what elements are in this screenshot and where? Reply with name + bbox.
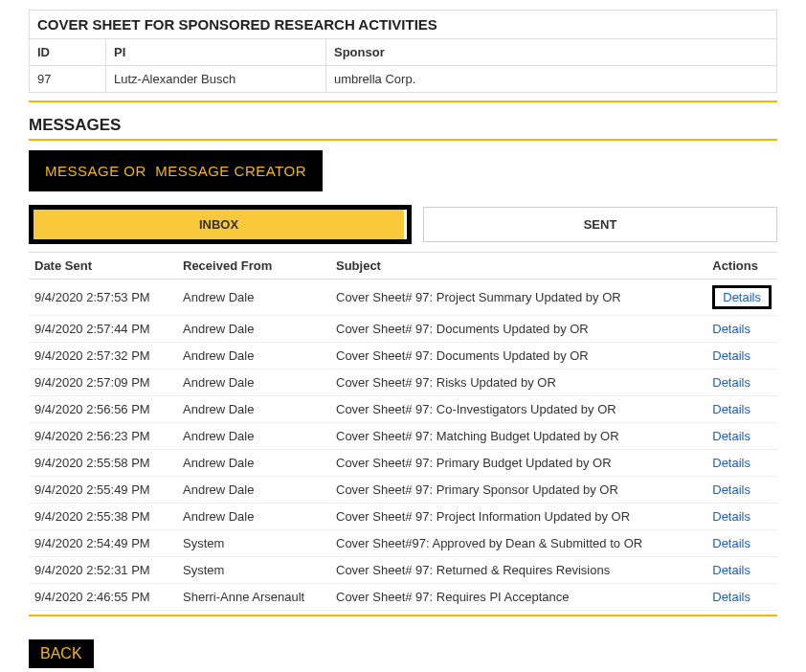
divider — [29, 615, 777, 616]
cover-sheet-table: COVER SHEET FOR SPONSORED RESEARCH ACTIV… — [29, 10, 777, 93]
cell-date: 9/4/2020 2:55:58 PM — [29, 450, 177, 477]
cell-subject: Cover Sheet# 97: Documents Updated by OR — [330, 343, 706, 370]
cover-header-sponsor: Sponsor — [326, 39, 777, 66]
message-creator-button-frame: MESSAGE OR MESSAGE CREATOR — [29, 150, 323, 191]
details-link[interactable]: Details — [712, 509, 750, 524]
cell-from: Andrew Dale — [177, 504, 330, 530]
cell-from: Andrew Dale — [177, 280, 330, 316]
cell-subject: Cover Sheet# 97: Project Summary Updated… — [330, 280, 706, 316]
cell-actions: Details — [706, 280, 777, 316]
cell-from: Andrew Dale — [177, 316, 330, 343]
cell-from: Andrew Dale — [177, 396, 330, 423]
table-row: 9/4/2020 2:52:31 PMSystemCover Sheet# 97… — [29, 557, 777, 584]
table-row: 9/4/2020 2:55:38 PMAndrew DaleCover Shee… — [29, 504, 777, 530]
details-link[interactable]: Details — [712, 348, 750, 363]
cover-sponsor: umbrella Corp. — [326, 66, 777, 93]
details-link[interactable]: Details — [712, 482, 750, 497]
details-link[interactable]: Details — [723, 290, 761, 304]
cell-from: Andrew Dale — [177, 343, 330, 370]
table-row: 9/4/2020 2:57:44 PMAndrew DaleCover Shee… — [29, 316, 777, 343]
messages-table: Date Sent Received From Subject Actions … — [29, 252, 777, 611]
cell-date: 9/4/2020 2:57:09 PM — [29, 370, 177, 396]
col-header-date: Date Sent — [29, 253, 177, 280]
cell-date: 9/4/2020 2:56:56 PM — [29, 396, 177, 423]
messages-tabs: INBOX SENT — [29, 205, 777, 244]
col-header-from: Received From — [177, 253, 330, 280]
divider — [29, 101, 777, 102]
cell-date: 9/4/2020 2:56:23 PM — [29, 423, 177, 450]
cell-subject: Cover Sheet# 97: Primary Sponsor Updated… — [330, 477, 706, 504]
cell-date: 9/4/2020 2:52:31 PM — [29, 557, 177, 584]
cell-date: 9/4/2020 2:55:49 PM — [29, 477, 177, 504]
details-link[interactable]: Details — [712, 429, 750, 443]
table-row: 9/4/2020 2:55:58 PMAndrew DaleCover Shee… — [29, 450, 777, 477]
cell-date: 9/4/2020 2:54:49 PM — [29, 530, 177, 557]
details-link[interactable]: Details — [712, 563, 750, 577]
details-link[interactable]: Details — [712, 590, 750, 604]
cover-header-pi: PI — [106, 39, 326, 66]
cell-subject: Cover Sheet# 97: Co-Investigators Update… — [330, 396, 706, 423]
cover-header-id: ID — [30, 39, 106, 66]
cell-subject: Cover Sheet# 97: Returned & Requires Rev… — [330, 557, 706, 584]
cell-from: Andrew Dale — [177, 423, 330, 450]
cell-actions: Details — [706, 370, 777, 396]
message-creator-button[interactable]: MESSAGE OR MESSAGE CREATOR — [34, 155, 318, 187]
cell-from: System — [177, 557, 330, 584]
table-row: 9/4/2020 2:46:55 PMSherri-Anne Arsenault… — [29, 584, 777, 611]
cell-subject: Cover Sheet# 97: Requires PI Acceptance — [330, 584, 706, 611]
details-link[interactable]: Details — [712, 375, 750, 390]
cell-date: 9/4/2020 2:57:32 PM — [29, 343, 177, 370]
cell-actions: Details — [706, 557, 777, 584]
tab-inbox-frame: INBOX — [29, 205, 412, 244]
cell-date: 9/4/2020 2:46:55 PM — [29, 584, 177, 611]
cell-date: 9/4/2020 2:55:38 PM — [29, 504, 177, 530]
table-row: 9/4/2020 2:57:53 PMAndrew DaleCover Shee… — [29, 280, 777, 316]
cell-actions: Details — [706, 584, 777, 611]
tab-sent[interactable]: SENT — [423, 207, 777, 242]
cell-from: System — [177, 530, 330, 557]
cell-subject: Cover Sheet# 97: Matching Budget Updated… — [330, 423, 706, 450]
cell-actions: Details — [706, 450, 777, 477]
tab-inbox[interactable]: INBOX — [34, 210, 407, 239]
cell-actions: Details — [706, 396, 777, 423]
cover-pi: Lutz-Alexander Busch — [106, 66, 326, 93]
cover-row: 97 Lutz-Alexander Busch umbrella Corp. — [30, 66, 777, 93]
cell-subject: Cover Sheet# 97: Risks Updated by OR — [330, 370, 706, 396]
details-link[interactable]: Details — [712, 536, 750, 550]
cell-from: Andrew Dale — [177, 370, 330, 396]
cell-from: Andrew Dale — [177, 450, 330, 477]
table-row: 9/4/2020 2:55:49 PMAndrew DaleCover Shee… — [29, 477, 777, 504]
cell-actions: Details — [706, 530, 777, 557]
back-button[interactable]: BACK — [29, 639, 94, 668]
cell-date: 9/4/2020 2:57:53 PM — [29, 280, 177, 316]
cell-actions: Details — [706, 504, 777, 530]
table-row: 9/4/2020 2:57:32 PMAndrew DaleCover Shee… — [29, 343, 777, 370]
details-link[interactable]: Details — [712, 322, 750, 336]
cell-subject: Cover Sheet# 97: Primary Budget Updated … — [330, 450, 706, 477]
table-row: 9/4/2020 2:57:09 PMAndrew DaleCover Shee… — [29, 370, 777, 396]
cell-from: Andrew Dale — [177, 477, 330, 504]
cell-actions: Details — [706, 423, 777, 450]
cell-subject: Cover Sheet#97: Approved by Dean & Submi… — [330, 530, 706, 557]
table-row: 9/4/2020 2:56:23 PMAndrew DaleCover Shee… — [29, 423, 777, 450]
messages-heading: MESSAGES — [29, 116, 777, 135]
details-link-frame: Details — [712, 285, 772, 309]
cover-id: 97 — [30, 66, 106, 93]
col-header-actions: Actions — [706, 253, 777, 280]
details-link[interactable]: Details — [712, 456, 750, 470]
cell-date: 9/4/2020 2:57:44 PM — [29, 316, 177, 343]
table-row: 9/4/2020 2:56:56 PMAndrew DaleCover Shee… — [29, 396, 777, 423]
cell-actions: Details — [706, 316, 777, 343]
cell-subject: Cover Sheet# 97: Documents Updated by OR — [330, 316, 706, 343]
col-header-subject: Subject — [330, 253, 706, 280]
details-link[interactable]: Details — [712, 402, 750, 416]
cover-title: COVER SHEET FOR SPONSORED RESEARCH ACTIV… — [30, 11, 777, 39]
table-row: 9/4/2020 2:54:49 PMSystemCover Sheet#97:… — [29, 530, 777, 557]
cell-actions: Details — [706, 477, 777, 504]
cell-subject: Cover Sheet# 97: Project Information Upd… — [330, 504, 706, 530]
cell-actions: Details — [706, 343, 777, 370]
divider — [29, 139, 777, 141]
cell-from: Sherri-Anne Arsenault — [177, 584, 330, 611]
